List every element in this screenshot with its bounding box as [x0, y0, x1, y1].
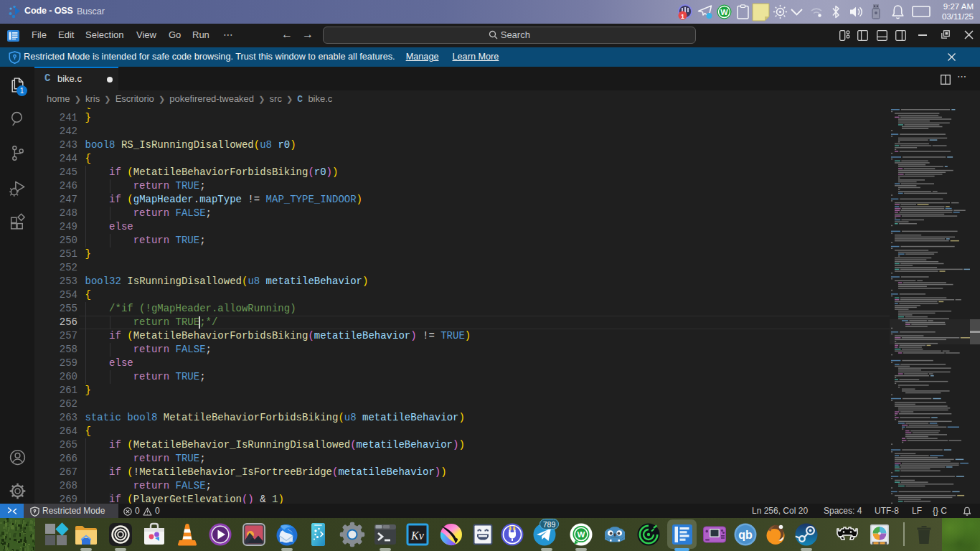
svg-text:1: 1	[681, 13, 684, 20]
svg-text:W: W	[578, 530, 585, 539]
svg-text:qb: qb	[738, 529, 753, 541]
svg-text:W: W	[720, 8, 728, 17]
svg-text:Kv: Kv	[410, 529, 425, 542]
